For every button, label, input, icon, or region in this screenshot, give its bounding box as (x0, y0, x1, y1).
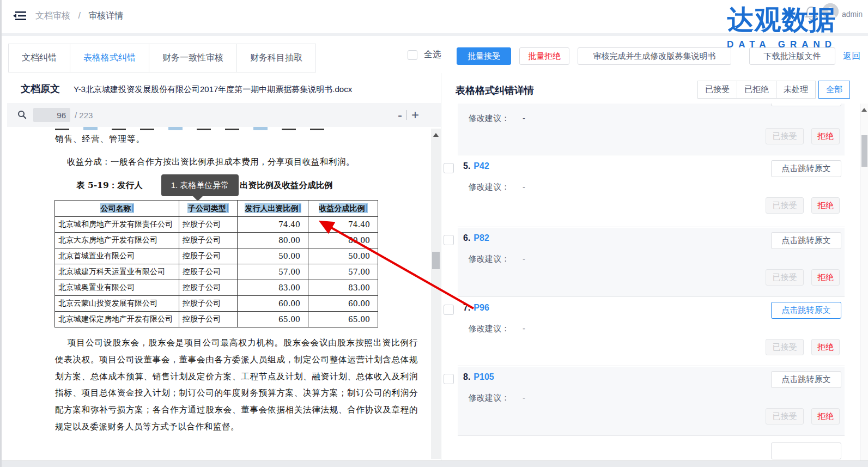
download-annotated-button[interactable]: 下载批注版文件 (749, 47, 835, 65)
batch-accept-button[interactable]: 批量接受 (457, 47, 511, 65)
accepted-button[interactable]: 已接受 (766, 408, 804, 424)
top-header: 文档审核 / 审核详情 admin (2, 0, 868, 33)
accepted-button[interactable]: 已接受 (766, 128, 804, 144)
jump-to-source-button[interactable]: 点击跳转原文 (771, 232, 841, 249)
th-subsidiary-type: 子公司类型 (187, 203, 229, 213)
item-divider (458, 296, 845, 297)
jump-to-source-button[interactable]: 点击跳转原文 (771, 104, 841, 106)
batch-reject-button[interactable]: 批量拒绝 (519, 47, 569, 65)
review-panel-title: 表格格式纠错详情 (456, 84, 534, 97)
breadcrumb-separator: / (78, 11, 80, 20)
back-link[interactable]: 返回 (843, 51, 860, 62)
item-title: 5.P42 (463, 161, 489, 171)
jump-to-source-button[interactable]: 点击跳转原文 (771, 160, 841, 177)
breadcrumb: 文档审核 / 审核详情 (35, 10, 123, 22)
menu-fold-icon[interactable] (13, 10, 27, 22)
page-link[interactable]: P105 (474, 372, 494, 381)
item-divider (458, 366, 845, 366)
doc-paragraph-2: 收益分成：一般各合作方按出资比例承担成本费用，分享项目收益和利润。 (67, 156, 355, 168)
filter-rejected[interactable]: 已拒绝 (737, 81, 776, 99)
suggestion-row: 修改建议：- (469, 324, 525, 334)
item-checkbox[interactable] (444, 305, 454, 315)
filter-accepted[interactable]: 已接受 (697, 81, 737, 99)
reject-button[interactable]: 拒绝 (811, 339, 840, 355)
document-toolbar: / 223 - + (7, 103, 441, 127)
user-avatar-icon[interactable] (822, 3, 839, 20)
review-scrollbar-thumb[interactable] (861, 135, 867, 167)
review-item-partial-top: 点击跳转原文 修改建议：- 已接受 拒绝 (441, 104, 868, 155)
item-checkbox[interactable] (444, 235, 454, 245)
document-panel: 文档原文 Y-3北京城建投资发展股份有限公司2017年度第一期中期票据募集说明书… (2, 73, 441, 460)
bell-icon[interactable] (804, 5, 818, 21)
document-panel-title: 文档原文 (21, 82, 60, 95)
search-icon[interactable] (17, 110, 27, 120)
username[interactable]: admin (842, 10, 863, 19)
item-divider (458, 227, 845, 227)
table-row: 北京城建万科天运置业有限公司 控股子公司 57.00 57.00 (55, 264, 378, 280)
zoom-in-button[interactable]: + (407, 107, 423, 123)
jump-to-source-button[interactable]: 点击跳转原文 (771, 371, 841, 388)
table-row: 北京城建保定房地产开发有限公司 控股子公司 65.00 65.00 (55, 312, 378, 327)
review-item-6: 6.P82 点击跳转原文 修改建议：- 已接受 拒绝 (441, 228, 868, 297)
reject-button[interactable]: 拒绝 (811, 128, 840, 144)
scroll-up-arrow-icon[interactable] (433, 133, 439, 137)
accepted-button[interactable]: 已接受 (766, 339, 804, 355)
filter-all[interactable]: 全部 (818, 81, 850, 99)
review-item-7: 7.P96 点击跳转原文 修改建议：- 已接受 拒绝 (441, 298, 868, 366)
page-total: / 223 (75, 111, 93, 120)
reject-button[interactable]: 拒绝 (811, 197, 840, 214)
jump-to-source-button-active[interactable]: 点击跳转原文 (771, 302, 841, 319)
tab-action-row: 文档纠错 表格格式纠错 财务一致性审核 财务科目抽取 全选 批量接受 批量拒绝 … (2, 36, 868, 73)
item-title: 8.P105 (463, 372, 494, 382)
filter-group: 已接受 已拒绝 未处理 全部 (698, 81, 850, 99)
item-divider (458, 155, 845, 155)
select-all-checkbox[interactable] (408, 50, 417, 60)
accepted-button[interactable]: 已接受 (766, 197, 804, 214)
suggestion-row: 修改建议：- (469, 113, 525, 124)
zoom-out-button[interactable]: - (393, 107, 406, 123)
accepted-button[interactable]: 已接受 (766, 269, 804, 286)
page-link[interactable]: P42 (474, 161, 489, 171)
tab-financial-subject-extract[interactable]: 财务科目抽取 (236, 44, 316, 72)
breadcrumb-current: 审核详情 (88, 11, 123, 20)
th-profit-share: 收益分成比例 (319, 203, 368, 213)
page-link[interactable]: P96 (474, 303, 489, 312)
suggestion-row: 修改建议：- (469, 182, 525, 192)
suggestion-row: 修改建议：- (469, 393, 525, 403)
jump-to-source-button[interactable] (771, 442, 841, 459)
doc-paragraph-1: 销售、经营、管理等。 (55, 134, 145, 145)
select-all-label[interactable]: 全选 (424, 49, 441, 60)
review-list: 点击跳转原文 修改建议：- 已接受 拒绝 5.P42 点击跳转原文 修改建议：-… (441, 104, 868, 460)
document-viewport[interactable]: 销售、经营、管理等。 收益分成：一般各合作方按出资比例承担成本费用，分享项目收益… (7, 127, 441, 460)
th-company-name: 公司名称 (100, 203, 134, 213)
review-item-partial-bottom (441, 436, 868, 460)
document-scrollbar[interactable] (431, 129, 441, 459)
reject-button[interactable]: 拒绝 (811, 408, 840, 424)
breadcrumb-parent[interactable]: 文档审核 (35, 11, 70, 20)
finish-generate-button[interactable]: 审核完成并生成修改版募集说明书 (578, 47, 731, 65)
item-checkbox[interactable] (444, 374, 454, 384)
clipped-text-row (55, 127, 382, 131)
item-checkbox[interactable] (444, 163, 454, 173)
table-caption-right: 出资比例及收益分成比例 (240, 180, 333, 191)
review-scrollbar[interactable] (860, 104, 868, 460)
page-link[interactable]: P82 (474, 233, 489, 242)
bottom-edge-band (2, 460, 868, 467)
table-row: 北京城奥置业有限公司 控股子公司 83.00 83.00 (55, 280, 378, 296)
table-row: 北京首城置业有限公司 控股子公司 50.00 50.00 (55, 248, 378, 264)
equity-ratio-table: 公司名称 子公司类型 发行人出资比例 收益分成比例 北京城和房地产开发有限责任公… (54, 200, 378, 327)
reject-button[interactable]: 拒绝 (811, 269, 840, 286)
scroll-up-arrow-icon[interactable] (861, 108, 867, 112)
tab-doc-correction[interactable]: 文档纠错 (8, 44, 70, 72)
th-issuer-ratio: 发行人出资比例 (245, 203, 301, 213)
review-item-5: 5.P42 点击跳转原文 修改建议：- 已接受 拒绝 (441, 156, 868, 227)
tab-table-format-correction[interactable]: 表格格式纠错 (70, 44, 149, 72)
tab-financial-consistency[interactable]: 财务一致性审核 (149, 44, 237, 72)
table-header-row: 公司名称 子公司类型 发行人出资比例 收益分成比例 (55, 201, 378, 217)
item-divider (458, 435, 845, 436)
filter-unprocessed[interactable]: 未处理 (776, 81, 816, 99)
page-number-input[interactable] (33, 108, 70, 122)
suggestion-row: 修改建议：- (469, 254, 525, 264)
document-filename: Y-3北京城建投资发展股份有限公司2017年度第一期中期票据募集说明书.docx (74, 84, 352, 95)
document-scrollbar-thumb[interactable] (432, 252, 440, 269)
